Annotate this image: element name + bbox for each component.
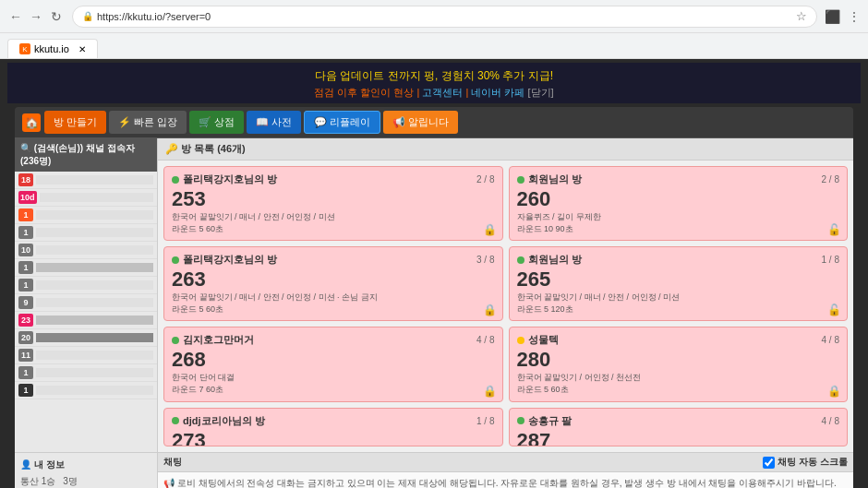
- room-status-dot: [517, 256, 524, 264]
- room-header: 폴리택강지호님의 방 3 / 8: [172, 253, 495, 267]
- room-name: 회원님의 방: [528, 173, 818, 186]
- room-name: 송흥규 팔: [528, 414, 818, 428]
- home-icon[interactable]: 🏠: [22, 113, 41, 132]
- quick-join-button[interactable]: ⚡ 빠른 입장: [109, 111, 187, 134]
- room-card-263[interactable]: 폴리택강지호님의 방 3 / 8 263 한국어 끝말잇기 / 매너 / 안전 …: [163, 246, 503, 321]
- room-status-dot: [172, 176, 179, 184]
- list-item[interactable]: 1: [15, 259, 157, 277]
- channel-badge: 10: [18, 244, 33, 256]
- chat-notice: 📢 로비 채팅에서의 전속성 대화는 금지하고 있으며 이는 제재 대상에 해당…: [163, 476, 848, 488]
- banner-link1[interactable]: 점검 이후 할인이 현상: [314, 87, 414, 98]
- back-button[interactable]: ←: [7, 8, 24, 25]
- banner-link2[interactable]: 고객센터: [422, 87, 463, 98]
- room-header: 회원님의 방 2 / 8: [517, 173, 840, 186]
- room-card-280[interactable]: 성물텍 4 / 8 280 한국어 끝말잇기 / 어인정 / 천선전라운드 5 …: [509, 327, 849, 401]
- room-number: 268: [172, 350, 495, 370]
- channel-badge: 11: [18, 349, 33, 362]
- channel-name: [36, 263, 153, 272]
- room-status-dot: [172, 256, 179, 264]
- banner-main-text: 다음 업데이트 전까지 펑, 경험치 30% 추가 지급!: [7, 68, 861, 84]
- chat-header: 채팅 채팅 자동 스크롤: [158, 453, 853, 472]
- make-room-button[interactable]: 방 만들기: [44, 111, 106, 134]
- room-count: 3 / 8: [476, 255, 494, 265]
- banner-close[interactable]: [닫기]: [528, 87, 554, 98]
- losses-stat: 3명: [63, 475, 78, 488]
- channel-name: [40, 193, 153, 202]
- list-item[interactable]: 23: [15, 312, 157, 329]
- auto-scroll-checkbox[interactable]: [763, 457, 775, 469]
- extension-icon[interactable]: ⬛: [825, 9, 840, 24]
- forward-button[interactable]: →: [28, 8, 44, 25]
- address-bar[interactable]: 🔒 https://kkutu.io/?server=0 ☆: [72, 6, 817, 28]
- list-item[interactable]: 10: [15, 242, 157, 259]
- room-count: 1 / 8: [476, 416, 494, 426]
- room-count: 4 / 8: [822, 335, 839, 345]
- channel-badge: 20: [18, 331, 33, 344]
- list-item[interactable]: 10d: [15, 189, 157, 207]
- room-status-dot: [172, 417, 179, 424]
- menu-icon[interactable]: ⋮: [848, 9, 861, 24]
- sidebar: 🔍 (검색(손님)) 채널 접속자 (236명) 18 10d 1: [15, 138, 158, 452]
- room-status-dot: [172, 337, 179, 344]
- lock-icon: 🔒: [483, 304, 497, 316]
- channel-name: [36, 368, 153, 377]
- dictionary-button[interactable]: 📖 사전: [247, 111, 301, 134]
- room-card-287[interactable]: 송흥규 팔 4 / 8 287 한국어 / 어인정: [509, 408, 849, 446]
- star-icon[interactable]: ☆: [796, 9, 807, 23]
- tab-bar: K kkutu.io ✕: [0, 33, 868, 59]
- tab-label: kkutu.io: [34, 43, 69, 54]
- room-number: 287: [517, 431, 840, 446]
- browser-action-buttons: ⬛ ⋮: [825, 9, 861, 24]
- list-item[interactable]: 1: [15, 382, 157, 399]
- room-card-273[interactable]: djdj코리아님의 방 1 / 8 273 한국어 ...: [163, 408, 503, 446]
- room-tags: 한국어 끝말잇기 / 매너 / 안전 / 어인정 / 미션라운드 5 60초: [172, 211, 495, 234]
- tab-close-icon[interactable]: ✕: [78, 44, 86, 54]
- channel-name: [36, 315, 153, 325]
- channel-badge: 1: [18, 261, 33, 274]
- shop-button[interactable]: 🛒 상점: [189, 111, 244, 134]
- reload-button[interactable]: ↻: [48, 8, 65, 25]
- sidebar-header: 🔍 (검색(손님)) 채널 접속자 (236명): [15, 138, 157, 172]
- list-item[interactable]: 20: [15, 329, 157, 347]
- tab-favicon: K: [19, 43, 30, 54]
- list-item[interactable]: 11: [15, 347, 157, 364]
- list-item[interactable]: 1: [15, 364, 157, 382]
- channel-name: [36, 210, 153, 220]
- room-status-dot: [517, 176, 524, 184]
- channel-badge: 1: [18, 226, 33, 239]
- unlock-icon: 🔓: [827, 304, 841, 316]
- room-header: 송흥규 팔 4 / 8: [517, 414, 840, 428]
- room-number: 263: [172, 269, 495, 290]
- banner: 다음 업데이트 전까지 펑, 경험치 30% 추가 지급! 점검 이후 할인이 …: [7, 63, 861, 103]
- notice-button[interactable]: 📢 알립니다: [383, 111, 458, 134]
- room-card-260[interactable]: 회원님의 방 2 / 8 260 자율퀴즈 / 길이 무제한라운드 10 90초…: [509, 166, 849, 241]
- channel-name: [36, 228, 153, 237]
- replay-button[interactable]: 💬 리플레이: [304, 111, 380, 134]
- channel-badge: 10d: [18, 191, 37, 204]
- banner-link3[interactable]: 네이버 카페: [471, 87, 524, 98]
- list-item[interactable]: 9: [15, 294, 157, 312]
- list-item[interactable]: 1: [15, 224, 157, 242]
- room-list-header: 🔑 방 목록 (46개): [158, 138, 853, 161]
- room-number: 265: [517, 269, 840, 290]
- chat-auto-scroll: 채팅 자동 스크롤: [763, 456, 848, 469]
- room-card-253[interactable]: 폴리택강지호님의 방 2 / 8 253 한국어 끝말잇기 / 매너 / 안전 …: [163, 166, 503, 241]
- sidebar-channel-list[interactable]: 18 10d 1 1 1: [15, 172, 157, 452]
- room-tags: 한국어 끝말잇기 / 매너 / 안전 / 어인정 / 미션 · 손님 금지라운드…: [172, 292, 495, 315]
- channel-name: [36, 351, 153, 360]
- room-tags: 한국어 끝말잇기 / 매너 / 안전 / 어인정 / 미션라운드 5 120초: [517, 292, 840, 315]
- channel-badge: 9: [18, 296, 33, 309]
- chat-messages: 📢 로비 채팅에서의 전속성 대화는 금지하고 있으며 이는 제재 대상에 해당…: [158, 472, 853, 488]
- room-card-265[interactable]: 회원님의 방 1 / 8 265 한국어 끝말잇기 / 매너 / 안전 / 어인…: [509, 246, 849, 321]
- content-wrapper: 🔍 (검색(손님)) 채널 접속자 (236명) 18 10d 1: [15, 138, 853, 452]
- chat-area: 채팅 채팅 자동 스크롤 📢 로비 채팅에서의 전속성 대화는 금지하고 있으며…: [158, 453, 853, 488]
- list-item[interactable]: 1: [15, 207, 157, 224]
- list-item[interactable]: 1: [15, 277, 157, 294]
- room-header: 성물텍 4 / 8: [517, 333, 840, 347]
- active-tab[interactable]: K kkutu.io ✕: [7, 39, 98, 58]
- lock-icon: 🔒: [483, 385, 497, 398]
- room-tags: 자율퀴즈 / 길이 무제한라운드 10 90초: [517, 211, 840, 234]
- browser-chrome: ← → ↻ 🔒 https://kkutu.io/?server=0 ☆ ⬛ ⋮: [0, 0, 868, 33]
- room-card-268[interactable]: 김지호그만머거 4 / 8 268 한국어 단어 대결라운드 7 60초 🔒: [163, 327, 503, 401]
- list-item[interactable]: 18: [15, 172, 157, 189]
